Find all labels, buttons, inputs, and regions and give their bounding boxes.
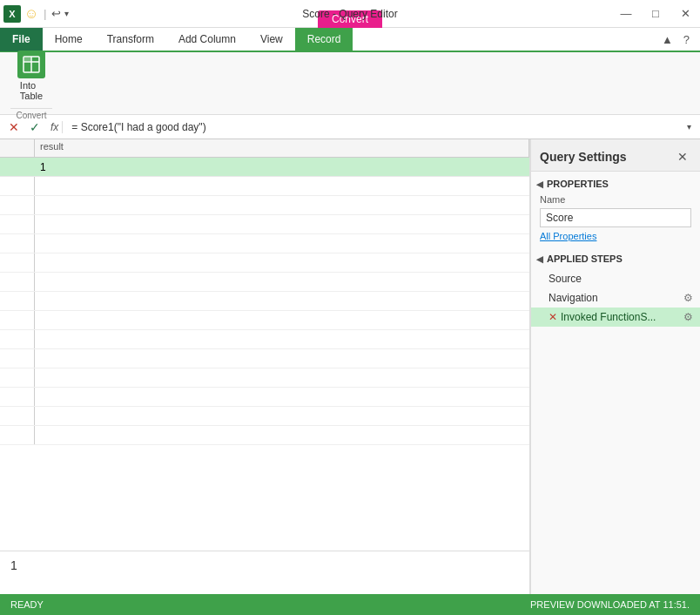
- data-grid-wrapper: result 1: [0, 139, 529, 594]
- svg-rect-3: [24, 57, 30, 61]
- main-area: result 1: [0, 139, 700, 594]
- title-bar: X ☺ | ↩ ▾ Convert Score - Query Editor —…: [0, 0, 700, 28]
- grid-empty-row: [0, 349, 529, 368]
- query-name-input[interactable]: [540, 208, 691, 227]
- step-invoked-delete-icon[interactable]: ✕: [549, 311, 557, 323]
- step-navigation[interactable]: Navigation ⚙: [531, 288, 700, 308]
- formula-cancel-button[interactable]: ✕: [5, 118, 23, 136]
- table-row[interactable]: 1: [0, 158, 529, 177]
- grid-empty-row: [0, 273, 529, 292]
- grid-empty-row: [0, 196, 529, 215]
- grid-empty-row: [0, 407, 529, 426]
- step-navigation-label: Navigation: [549, 292, 683, 304]
- into-table-icon: [17, 51, 45, 78]
- bottom-value-area: 1: [0, 551, 529, 594]
- grid-empty-row: [0, 234, 529, 253]
- grid-corner: [0, 139, 35, 157]
- ribbon-collapse-btn[interactable]: ▲: [658, 31, 676, 48]
- grid-empty-row: [0, 330, 529, 349]
- name-label: Name: [531, 193, 700, 206]
- into-table-button[interactable]: IntoTable: [10, 47, 52, 105]
- close-button[interactable]: ✕: [670, 0, 700, 28]
- properties-section-header: ◀ PROPERTIES: [531, 172, 700, 193]
- query-settings-header: Query Settings ✕: [531, 139, 700, 172]
- grid-cell-result[interactable]: 1: [35, 159, 529, 175]
- applied-steps-triangle-icon: ◀: [536, 254, 543, 264]
- status-ready: READY: [10, 599, 44, 610]
- tab-record[interactable]: Record: [295, 27, 353, 51]
- applied-steps-section-header: ◀ APPLIED STEPS: [531, 247, 700, 267]
- ribbon-convert-group: IntoTable Convert: [10, 47, 52, 120]
- grid-empty-row: [0, 215, 529, 234]
- tab-transform[interactable]: Transform: [95, 27, 166, 51]
- grid-empty-row: [0, 388, 529, 407]
- step-invoked-label: Invoked FunctionS...: [561, 311, 683, 323]
- ribbon-help-btn[interactable]: ?: [680, 31, 693, 48]
- minimize-button[interactable]: —: [611, 0, 641, 28]
- step-invoked-gear-icon[interactable]: ⚙: [683, 311, 693, 323]
- properties-section-label: PROPERTIES: [547, 179, 609, 189]
- grid-empty-row: [0, 253, 529, 273]
- grid-header-row: result: [0, 139, 529, 158]
- ribbon-content: IntoTable Convert: [0, 52, 700, 115]
- grid-scroll-area[interactable]: 1: [0, 158, 529, 551]
- formula-dropdown-button[interactable]: ▾: [683, 122, 695, 132]
- tab-view[interactable]: View: [248, 27, 295, 51]
- grid-col-result[interactable]: result: [35, 139, 529, 157]
- step-source[interactable]: Source: [531, 269, 700, 288]
- properties-triangle-icon: ◀: [536, 179, 543, 189]
- steps-list: Source Navigation ⚙ ✕ Invoked FunctionS.…: [531, 267, 700, 328]
- formula-fx-label: fx: [47, 121, 63, 133]
- query-settings-panel: Query Settings ✕ ◀ PROPERTIES Name All P…: [530, 139, 700, 594]
- window-title: Score - Query Editor: [302, 8, 397, 20]
- status-bar: READY PREVIEW DOWNLOADED AT 11:51.: [0, 594, 700, 615]
- status-preview: PREVIEW DOWNLOADED AT 11:51.: [530, 599, 690, 610]
- grid-empty-row: [0, 311, 529, 330]
- ribbon-right-controls: ▲ ?: [658, 31, 700, 48]
- step-source-label: Source: [549, 273, 693, 285]
- window-controls: — □ ✕: [611, 0, 700, 28]
- formula-input[interactable]: [66, 121, 680, 133]
- step-invoked[interactable]: ✕ Invoked FunctionS... ⚙: [531, 308, 700, 327]
- formula-bar: ✕ ✓ fx ▾: [0, 115, 700, 139]
- grid-empty-row: [0, 368, 529, 388]
- tab-add-column[interactable]: Add Column: [166, 27, 248, 51]
- maximize-button[interactable]: □: [641, 0, 670, 28]
- query-settings-close-button[interactable]: ✕: [674, 148, 691, 166]
- query-settings-title: Query Settings: [540, 150, 674, 164]
- bottom-value: 1: [10, 558, 17, 572]
- step-navigation-gear-icon[interactable]: ⚙: [683, 292, 693, 304]
- into-table-label: IntoTable: [20, 80, 43, 101]
- formula-confirm-button[interactable]: ✓: [26, 118, 44, 136]
- grid-empty-row: [0, 177, 529, 196]
- all-properties-link[interactable]: All Properties: [531, 229, 700, 247]
- grid-empty-row: [0, 426, 529, 445]
- ribbon-tabs: File Home Transform Add Column View Reco…: [0, 28, 700, 52]
- grid-empty-row: [0, 292, 529, 311]
- applied-steps-section-label: APPLIED STEPS: [547, 253, 623, 264]
- data-grid: result 1: [0, 139, 530, 594]
